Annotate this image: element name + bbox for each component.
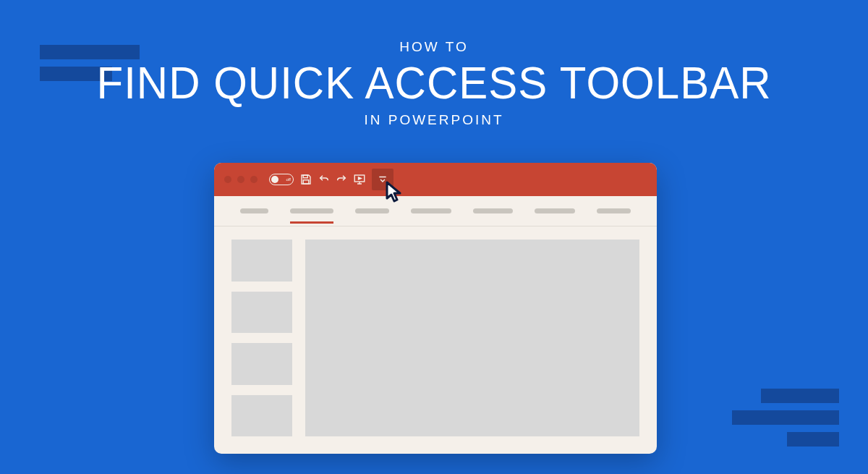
svg-rect-1 (303, 180, 309, 184)
slide-thumbnail[interactable] (231, 292, 292, 334)
headline: HOW TO FIND QUICK ACCESS TOOLBAR IN POWE… (0, 39, 868, 128)
ribbon-tab[interactable] (473, 208, 514, 213)
window-dot[interactable] (237, 176, 244, 183)
undo-icon[interactable] (318, 174, 330, 185)
toggle-knob (271, 176, 278, 183)
powerpoint-window: off (214, 163, 657, 454)
slide-thumbnail[interactable] (231, 395, 292, 437)
ribbon-tab[interactable] (355, 208, 389, 213)
autosave-toggle[interactable]: off (269, 174, 294, 185)
window-dot[interactable] (224, 176, 231, 183)
headline-pretitle: HOW TO (0, 39, 868, 55)
svg-rect-0 (303, 175, 307, 178)
decorative-bars-bottom-right (732, 389, 839, 447)
redo-icon[interactable] (336, 174, 347, 185)
title-bar: off (214, 163, 657, 196)
slide-thumbnail[interactable] (231, 343, 292, 385)
headline-main: FIND QUICK ACCESS TOOLBAR (0, 56, 868, 109)
ribbon-tab[interactable] (411, 208, 451, 213)
ribbon-tabs (214, 196, 657, 227)
headline-subtitle: IN POWERPOINT (0, 112, 868, 128)
start-from-beginning-icon[interactable] (353, 173, 366, 186)
ribbon-tab[interactable] (240, 208, 268, 213)
cursor-icon (385, 180, 407, 208)
window-controls[interactable] (224, 176, 258, 183)
ribbon-tab-active[interactable] (290, 208, 334, 213)
slide-thumbnails (231, 240, 292, 436)
window-dot[interactable] (250, 176, 258, 183)
editor-area (214, 227, 657, 454)
save-icon[interactable] (299, 173, 312, 186)
autosave-label: off (286, 177, 291, 182)
slide-canvas[interactable] (305, 240, 639, 436)
ribbon-tab[interactable] (535, 208, 575, 213)
slide-thumbnail[interactable] (231, 240, 292, 282)
ribbon-tab[interactable] (597, 208, 631, 213)
customize-quick-access-button[interactable] (372, 169, 393, 190)
